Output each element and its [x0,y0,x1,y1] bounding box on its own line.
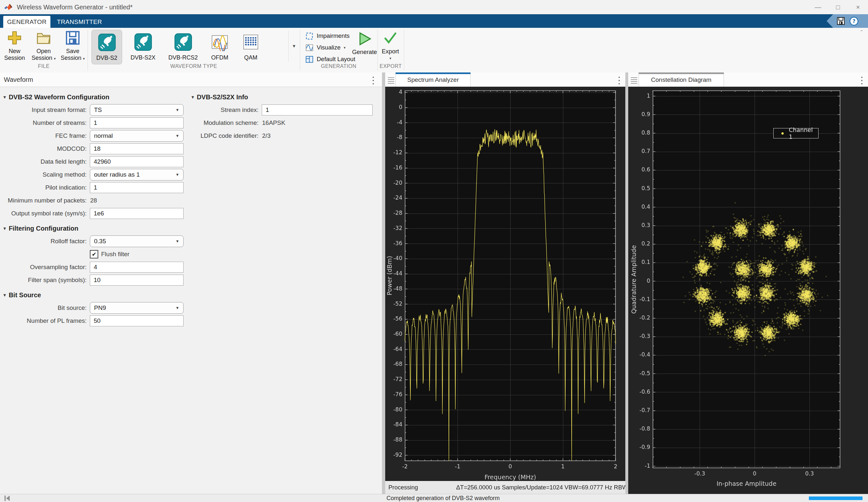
section-header-filtering-configuration[interactable]: ▼Filtering Configuration [0,222,187,235]
filter-span-symbols-input[interactable]: 10 [90,274,184,285]
input-stream-format-select[interactable]: TS▼ [90,104,184,116]
form-row: Scaling method:outer radius as 1▼ [0,168,187,181]
rolloff-factor-select[interactable]: 0.35▼ [90,235,184,247]
minimize-button[interactable]: — [808,0,828,14]
save-icon[interactable] [837,17,845,25]
form-row: Stream index:1 [191,103,376,117]
form-row: Modulation scheme:16APSK [191,117,376,129]
plus-icon [7,30,22,45]
waveform-type-dvb-rcs2[interactable]: DVB-RCS2 [164,30,202,64]
form-row: Oversampling factor:4 [0,261,187,274]
number-of-pl-frames-input[interactable]: 50 [90,315,184,327]
tab-spectrum-analyzer[interactable]: Spectrum Analyzer [395,72,471,87]
fec-frame-select[interactable]: normal▼ [90,130,184,142]
waveform-type-dvb-s2x[interactable]: DVB-S2X [126,30,160,64]
spectrum-tab-label: Spectrum Analyzer [407,76,458,83]
close-button[interactable]: × [848,0,868,14]
collapse-left-icon[interactable] [4,495,10,501]
form-row: Output symbol rate (sym/s):1e6 [0,207,187,220]
generate-label: Generate [352,49,377,56]
section-title: DVB-S2/S2X Info [197,93,248,101]
bit-source-select[interactable]: PN9▼ [90,302,184,314]
config-form: ▼DVB-S2 Waveform ConfigurationInput stre… [0,89,187,327]
waveform-panel: Waveform ▼DVB-S2 Waveform ConfigurationI… [0,72,382,494]
data-field-length-input[interactable]: 42960 [90,156,184,167]
field-label: Stream index: [191,107,259,113]
form-row: Rolloff factor:0.35▼ [0,235,187,248]
waveform-type-ofdm[interactable]: OFDM [206,30,233,64]
waveform-type-qam[interactable]: QAM [237,30,264,64]
default-layout-button[interactable]: Default Layout [306,54,376,64]
qam-grid-icon [242,33,260,51]
field-label: Minimum number of packets: [0,197,86,204]
panel-menu-icon[interactable] [616,76,622,86]
collapse-triangle-icon: ▼ [3,95,7,100]
output-symbol-rate-sym-s-input[interactable]: 1e6 [90,208,184,219]
field-label: Output symbol rate (sym/s): [0,210,86,217]
constellation-panel-header: Constellation Diagram [628,72,868,87]
ribbon-tab-strip: GENERATOR TRANSMITTER ? [0,14,868,28]
drag-handle-icon[interactable] [387,76,395,85]
open-session-button[interactable]: Open Session ▾ [30,30,58,62]
new-session-button[interactable]: New Session [1,30,29,61]
section-title: Bit Source [9,291,41,299]
spectrum-ylabel: Power (dBm) [386,91,393,461]
constellation-plot: Quadrature Amplitude In-phase Amplitude … [628,87,868,494]
field-label: Scaling method: [0,171,86,178]
waveform-panel-title: Waveform [4,72,33,87]
window-title: Wireless Waveform Generator - untitled* [17,3,133,11]
new-session-label-2: Session [4,55,25,61]
progress-bar [809,496,862,500]
save-session-button[interactable]: Save Session ▾ [59,30,86,62]
waveform-type-dvb-s2[interactable]: DVB-S2 [92,30,122,64]
tab-generator[interactable]: GENERATOR [3,16,50,28]
flush-filter-checkbox[interactable]: ✔ [90,250,98,259]
impairments-label: Impairments [317,32,350,39]
scaling-method-select[interactable]: outer radius as 1▼ [90,169,184,180]
panel-divider[interactable] [382,72,385,494]
title-bar: Wireless Waveform Generator - untitled* … [0,0,868,14]
ribbon-collapse-icon[interactable]: ⌃ [860,29,864,34]
panel-menu-icon[interactable] [859,76,865,86]
spectrum-canvas[interactable] [385,87,625,481]
section-header-dvb-s2-s2x-info[interactable]: ▼DVB-S2/S2X Info [191,91,376,103]
section-header-bit-source[interactable]: ▼Bit Source [0,289,187,301]
open-session-label-1: Open [37,48,51,55]
help-icon[interactable]: ? [850,17,858,26]
save-session-label-2: Session [61,55,81,61]
spectrum-status-metrics: ΔT=256.0000 us Samples/Update=1024 VBW=6… [456,484,625,491]
constellation-canvas[interactable] [628,87,868,494]
form-row: Pilot indication:1 [0,181,187,194]
chevron-down-icon: ▼ [175,133,179,138]
drag-handle-icon[interactable] [630,76,638,85]
section-header-dvb-s2-waveform-configuration[interactable]: ▼DVB-S2 Waveform Configuration [0,91,187,103]
satellite-icon [174,33,192,51]
legend-box[interactable]: Channel 1 [773,128,818,139]
tab-constellation-diagram[interactable]: Constellation Diagram [639,72,724,87]
collapse-triangle-icon: ▼ [191,95,195,100]
pilot-indication-input[interactable]: 1 [90,182,184,193]
field-label: Bit source: [0,304,86,311]
number-of-streams-input[interactable]: 1 [90,118,184,128]
stream-index-input[interactable]: 1 [262,104,373,116]
waveform-type-label: DVB-S2X [131,54,155,61]
folder-icon [36,30,51,45]
waveform-type-gallery: DVB-S2 DVB-S2X DVB-RCS2 OFDM QAM [92,30,264,64]
svg-text:?: ? [852,18,855,24]
section-title: DVB-S2 Waveform Configuration [9,93,110,101]
export-button[interactable]: Export ▾ [379,31,402,60]
main-area: Waveform ▼DVB-S2 Waveform ConfigurationI… [0,72,868,494]
maximize-button[interactable]: □ [828,0,848,14]
info-form: ▼DVB-S2/S2X InfoStream index:1Modulation… [191,89,376,142]
modcod-input[interactable]: 18 [90,143,184,154]
visualize-icon [306,44,313,52]
field-label: Modulation scheme: [191,119,259,127]
tab-transmitter[interactable]: TRANSMITTER [52,16,107,28]
spectrum-status-row: Processing ΔT=256.0000 us Samples/Update… [385,481,625,494]
oversampling-factor-input[interactable]: 4 [90,262,184,273]
matlab-logo-icon [4,3,12,11]
generate-button[interactable]: Generate [350,31,379,56]
panel-menu-icon[interactable] [370,76,376,86]
waveform-gallery-dropdown[interactable]: ▼ [288,30,300,61]
form-row: Filter span (symbols):10 [0,274,187,287]
